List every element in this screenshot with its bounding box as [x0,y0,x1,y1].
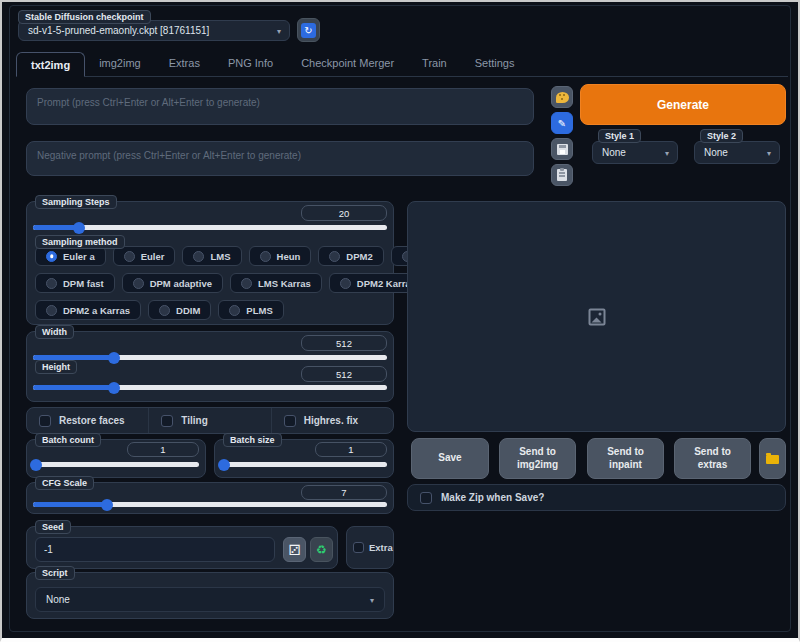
sd-webui-app: Stable Diffusion checkpoint sd-v1-5-prun… [0,0,800,642]
tiling-checkbox[interactable]: Tiling [148,408,270,433]
tab-extras[interactable]: Extras [155,51,214,76]
save-style-button[interactable] [551,138,573,160]
apply-style-button[interactable] [551,164,573,186]
paste-params-button[interactable]: ✎ [551,112,573,134]
style1-label: Style 1 [598,129,641,143]
sampling-method-option[interactable]: Euler a [35,246,106,266]
negative-prompt-input[interactable]: Negative prompt (press Ctrl+Enter or Alt… [26,141,534,176]
slider-thumb[interactable] [218,459,230,471]
sampling-method-option-label: PLMS [246,305,272,316]
prompt-input[interactable]: Prompt (press Ctrl+Enter or Alt+Enter to… [26,88,534,125]
size-panel: Width 512 Height 512 [26,331,394,402]
save-style-icon [557,144,568,155]
slider-thumb[interactable] [73,222,85,234]
width-label: Width [35,325,74,339]
sampling-method-option[interactable]: DPM fast [35,273,115,293]
restore-faces-checkbox[interactable]: Restore faces [27,408,148,433]
slider-thumb[interactable] [108,352,120,364]
send-to-img2img-button[interactable]: Send to img2img [499,438,576,479]
sampling-method-option[interactable]: PLMS [218,300,283,320]
toggles-row: Restore faces Tiling Highres. fix [26,407,394,434]
seed-panel: Seed ⚂ ♻ [26,526,338,569]
sampling-method-option-label: LMS [210,251,230,262]
checkbox-icon [161,415,173,427]
width-value[interactable]: 512 [301,335,387,351]
extra-seed-checkbox[interactable]: Extra [346,526,394,569]
sampling-method-option[interactable]: DPM2 a Karras [35,300,141,320]
script-select[interactable]: None ▾ [35,587,385,612]
sampling-method-label: Sampling method [35,235,125,249]
height-value[interactable]: 512 [301,366,387,382]
batch-count-slider[interactable] [33,462,199,467]
cfg-scale-slider[interactable] [33,502,387,507]
random-artist-button[interactable] [551,86,573,108]
random-seed-button[interactable]: ⚂ [283,537,306,562]
sampling-method-option[interactable]: LMS Karras [230,273,322,293]
make-zip-checkbox[interactable]: Make Zip when Save? [407,484,786,511]
chevron-down-icon: ▾ [665,148,669,157]
height-slider[interactable] [33,385,387,390]
style2-value: None [704,147,728,158]
tab-png-info[interactable]: PNG Info [214,51,287,76]
sampling-method-option[interactable]: LMS [182,246,241,266]
sampling-method-row-2: DPM fast DPM adaptive LMS Karras DPM2 Ka… [35,273,427,293]
style1-select[interactable]: None ▾ [592,141,678,164]
tab-settings[interactable]: Settings [461,51,529,76]
style2-select[interactable]: None ▾ [694,141,780,164]
tab-train[interactable]: Train [408,51,461,76]
reuse-seed-button[interactable]: ♻ [310,537,333,562]
open-folder-button[interactable] [759,438,786,479]
recycle-icon: ♻ [316,544,327,556]
sampling-method-option[interactable]: Heun [249,246,312,266]
sampling-steps-slider[interactable] [33,225,387,230]
send-to-inpaint-button[interactable]: Send to inpaint [587,438,664,479]
height-label: Height [35,360,77,374]
seed-input[interactable] [35,537,275,562]
radio-icon [159,305,170,316]
image-placeholder-icon [588,308,605,325]
slider-thumb[interactable] [101,499,113,511]
send-to-extras-button[interactable]: Send to extras [674,438,751,479]
sampling-method-option[interactable]: Euler [113,246,176,266]
sampling-panel: Sampling Steps 20 Sampling method Euler … [26,201,394,325]
chevron-down-icon: ▾ [277,26,281,35]
sampling-method-option[interactable]: DPM2 [318,246,383,266]
refresh-checkpoint-button[interactable]: ↻ [297,18,320,42]
radio-icon [229,305,240,316]
batch-count-label: Batch count [35,433,101,447]
image-placeholder-mountain [591,317,601,322]
generate-button[interactable]: Generate [580,84,786,125]
slider-thumb[interactable] [108,382,120,394]
tab-checkpoint-merger[interactable]: Checkpoint Merger [287,51,408,76]
script-value: None [46,594,70,605]
width-slider[interactable] [33,355,387,360]
pencil-icon: ✎ [558,118,566,129]
extra-seed-label: Extra [369,542,393,553]
tab-txt2img[interactable]: txt2img [16,52,85,77]
highres-fix-checkbox[interactable]: Highres. fix [271,408,393,433]
sampling-method-option-label: DPM adaptive [150,278,212,289]
slider-thumb[interactable] [30,459,42,471]
tab-img2img[interactable]: img2img [85,51,155,76]
batch-size-slider[interactable] [221,462,387,467]
save-button[interactable]: Save [411,438,489,479]
batch-size-value[interactable]: 1 [315,442,387,457]
dice-icon: ⚂ [288,543,300,557]
radio-icon [133,278,144,289]
radio-icon [46,278,57,289]
palette-icon [556,92,569,103]
radio-icon [46,305,57,316]
sampling-steps-label: Sampling Steps [35,195,117,209]
sampling-method-option[interactable]: DPM adaptive [122,273,223,293]
sampling-method-option-label: DPM fast [63,278,104,289]
slider-fill [33,385,114,390]
make-zip-label: Make Zip when Save? [441,492,544,503]
sampling-method-option-label: DDIM [176,305,200,316]
sampling-method-option[interactable]: DDIM [148,300,211,320]
radio-icon [340,278,351,289]
batch-count-value[interactable]: 1 [127,442,199,457]
radio-icon [241,278,252,289]
cfg-scale-value[interactable]: 7 [301,485,387,500]
sampling-steps-value[interactable]: 20 [301,205,387,221]
restore-faces-label: Restore faces [59,415,125,426]
